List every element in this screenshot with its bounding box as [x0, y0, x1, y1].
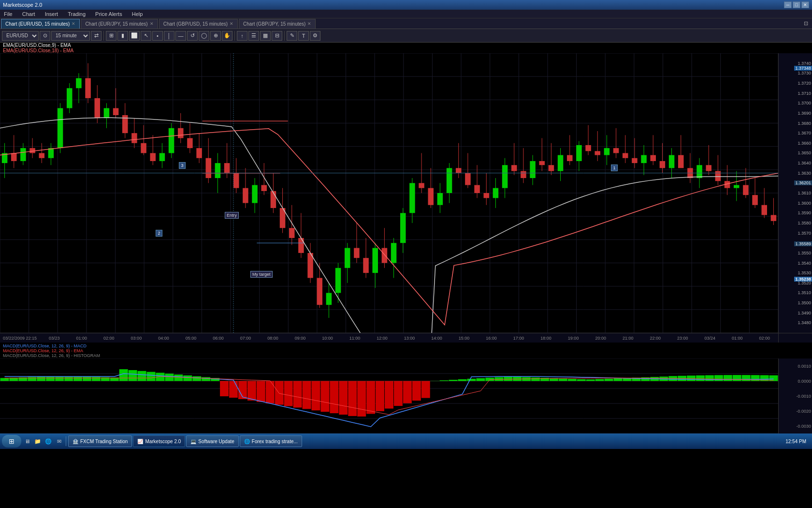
toolbar-btn-bar[interactable]: ▮: [117, 31, 128, 41]
toolbar-btn-1[interactable]: ⊙: [40, 31, 50, 41]
time-label: 22:00: [641, 336, 669, 341]
time-label: 09:00: [287, 336, 314, 341]
tab-close-gbpjpy[interactable]: ✕: [307, 21, 311, 26]
taskbar: ⊞ 🖥 📁 🌐 ✉ 🏦 FXCM Trading Station 📈 Marke…: [0, 433, 812, 449]
start-date-label: 03/22/2009 22:15: [3, 336, 37, 341]
price-axis: 1.37401.37301.37201.37101.37001.36901.36…: [778, 53, 812, 333]
macd-canvas[interactable]: [0, 359, 778, 433]
taskbar-icon-4[interactable]: ✉: [54, 436, 64, 446]
taskbar-software-update[interactable]: 💻 Software Update: [186, 435, 239, 447]
toolbar-btn-type[interactable]: ⊟: [272, 31, 282, 41]
start-button[interactable]: ⊞: [2, 435, 21, 448]
chart-canvas[interactable]: [0, 53, 778, 333]
clock-time: 12:54 PM: [785, 439, 806, 444]
time-label: 12:00: [368, 336, 396, 341]
toolbar-btn-bars[interactable]: ☰: [248, 31, 259, 41]
tab-label-gbpusd: Chart (GBP/USD, 15 minutes): [163, 21, 228, 27]
macd-panel[interactable]: [0, 359, 778, 433]
main-chart[interactable]: 3 2 Entry My target 1 1: [0, 53, 778, 333]
timeframe-select[interactable]: 15 minute: [51, 31, 90, 41]
toolbar-btn-up[interactable]: ↑: [237, 31, 247, 41]
special-price-label-1: 1.36201: [794, 180, 812, 185]
price-label: 1.3670: [798, 131, 811, 135]
price-label: 1.3570: [798, 231, 811, 236]
taskbar-icon-2[interactable]: 📁: [33, 436, 43, 446]
price-label: 1.3590: [798, 210, 811, 215]
toolbar-btn-candle[interactable]: ⬜: [129, 31, 140, 41]
tab-eurusd[interactable]: Chart (EUR/USD, 15 minutes) ✕: [1, 19, 80, 29]
toolbar-btn-back[interactable]: ↺: [187, 31, 198, 41]
minimize-button[interactable]: ─: [784, 1, 792, 8]
toolbar-btn-dot[interactable]: •: [152, 31, 163, 41]
menu-price-alerts[interactable]: Price Alerts: [93, 11, 124, 17]
taskbar-clock: 12:54 PM: [782, 439, 810, 444]
badge-3: 3: [179, 162, 186, 169]
time-label: 03/23: [41, 336, 68, 341]
time-label: 07:00: [232, 336, 260, 341]
badge-1-right: 1: [611, 164, 618, 171]
time-label: 05:00: [177, 336, 205, 341]
symbol-select[interactable]: EUR/USD: [2, 31, 39, 41]
toolbar-btn-hline[interactable]: —: [175, 31, 186, 41]
menu-file[interactable]: File: [2, 11, 14, 17]
software-update-label: Software Update: [198, 439, 234, 444]
toolbar-btn-grid[interactable]: ⊞: [106, 31, 116, 41]
price-label: 1.3600: [798, 201, 811, 206]
price-label: 1.3490: [798, 311, 811, 315]
toolbar-btn-cursor[interactable]: ↖: [141, 31, 151, 41]
tab-close-eurjpy[interactable]: ✕: [150, 21, 154, 26]
taskbar-icon-1[interactable]: 🖥: [22, 436, 32, 446]
toolbar-btn-zoom[interactable]: ⊕: [210, 31, 221, 41]
chart-maximize-button[interactable]: ⊡: [801, 20, 811, 27]
macd-axis-label: -0.0020: [796, 409, 811, 414]
menu-chart[interactable]: Chart: [20, 11, 37, 17]
ema1-label: EMA(EUR/USD.Close,9) - EMA: [3, 43, 809, 48]
fxcm-icon: 🏦: [72, 439, 78, 444]
app-title: Marketscope 2.0: [3, 2, 42, 8]
tab-eurjpy[interactable]: Chart (EUR/JPY, 15 minutes) ✕: [81, 19, 158, 29]
price-label: 1.3500: [798, 300, 811, 305]
toolbar-btn-extra[interactable]: ⚙: [310, 31, 320, 41]
taskbar-forex[interactable]: 🌐 Forex trading strate...: [240, 435, 302, 447]
toolbar-btn-hand[interactable]: ✋: [222, 31, 232, 41]
toolbar-btn-text[interactable]: T: [298, 31, 309, 41]
tab-gbpusd[interactable]: Chart (GBP/USD, 15 minutes) ✕: [159, 19, 238, 29]
price-label: 1.3630: [798, 171, 811, 176]
window-controls: ─ □ ✕: [784, 1, 809, 8]
taskbar-marketscope[interactable]: 📈 Marketscope 2.0: [133, 435, 185, 447]
time-label: 03:00: [123, 336, 150, 341]
toolbar-btn-circle[interactable]: ◯: [199, 31, 209, 41]
price-label: 1.3640: [798, 161, 811, 165]
time-label: 10:00: [314, 336, 341, 341]
maximize-button[interactable]: □: [793, 1, 800, 8]
time-label: 04:00: [150, 336, 177, 341]
menu-trading[interactable]: Trading: [66, 11, 87, 17]
marketscope-icon: 📈: [137, 439, 143, 444]
toolbar-btn-arrows[interactable]: ⇄: [91, 31, 102, 41]
price-label: 1.3720: [798, 81, 811, 86]
macd-axis-label: 0.0000: [798, 379, 811, 384]
time-label: 06:00: [204, 336, 232, 341]
time-label: 21:00: [614, 336, 642, 341]
time-label: 08:00: [259, 336, 287, 341]
time-label: 19:00: [560, 336, 587, 341]
special-price-label-2: 1.35589: [794, 241, 812, 246]
menu-help[interactable]: Help: [130, 11, 145, 17]
tab-close-gbpusd[interactable]: ✕: [230, 21, 233, 26]
tab-close-eurusd[interactable]: ✕: [72, 21, 75, 26]
time-label: 15:00: [450, 336, 478, 341]
tab-gbpjpy[interactable]: Chart (GBP/JPY, 15 minutes) ✕: [239, 19, 316, 29]
time-label: 03/24: [696, 336, 724, 341]
ema2-label: EMA(EUR/USD.Close,18) - EMA: [3, 48, 809, 53]
title-bar: Marketscope 2.0 ─ □ ✕: [0, 0, 812, 10]
taskbar-icon-3[interactable]: 🌐: [44, 436, 53, 446]
menu-bar: File Chart Insert Trading Price Alerts H…: [0, 10, 812, 18]
taskbar-fxcm[interactable]: 🏦 FXCM Trading Station: [68, 435, 132, 447]
close-button[interactable]: ✕: [801, 1, 809, 8]
time-label: 17:00: [505, 336, 533, 341]
toolbar-btn-draw[interactable]: ✎: [287, 31, 297, 41]
menu-insert[interactable]: Insert: [43, 11, 60, 17]
toolbar-btn-table[interactable]: ▦: [260, 31, 271, 41]
time-label: 20:00: [587, 336, 614, 341]
toolbar-btn-line[interactable]: │: [164, 31, 174, 41]
